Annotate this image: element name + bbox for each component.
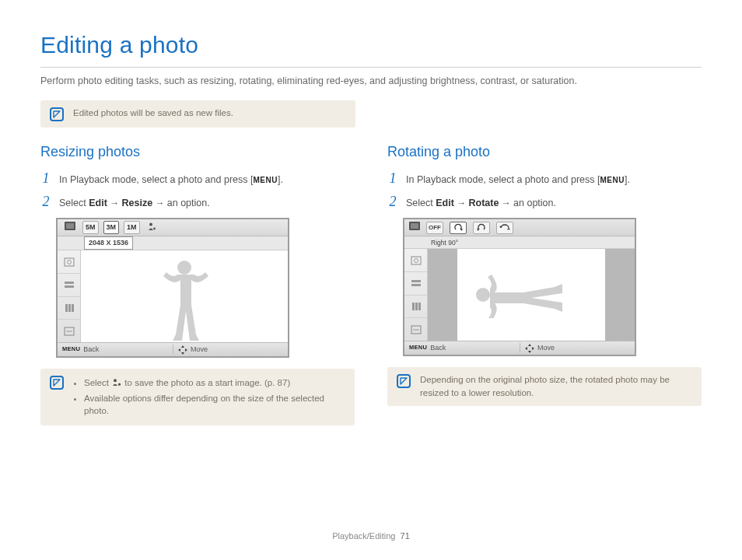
resizing-section: Resizing photos 1 In Playback mode, sele… bbox=[40, 142, 355, 425]
rotating-step-1: 1 In Playback mode, select a photo and p… bbox=[387, 171, 702, 187]
rotate-canvas bbox=[428, 249, 635, 341]
svg-marker-39 bbox=[532, 347, 534, 350]
sidebar-icon bbox=[404, 318, 427, 341]
svg-rect-8 bbox=[65, 304, 68, 312]
rotate-note-text: Depending on the original photo size, th… bbox=[420, 373, 692, 399]
svg-point-5 bbox=[67, 260, 71, 264]
svg-rect-31 bbox=[415, 303, 418, 310]
step-number: 2 bbox=[40, 194, 51, 208]
size-option-3m: 3M bbox=[103, 221, 120, 234]
rotate-options-bar: OFF bbox=[404, 219, 635, 236]
screen-statusbar: MENU Back Move bbox=[58, 342, 288, 356]
svg-marker-36 bbox=[528, 344, 531, 346]
rotate-right-icon bbox=[450, 222, 467, 234]
person-silhouette-icon bbox=[157, 257, 212, 342]
note-icon bbox=[397, 374, 411, 388]
svg-point-27 bbox=[414, 258, 418, 262]
resizing-heading: Resizing photos bbox=[40, 142, 355, 162]
menu-icon-label: MENU bbox=[409, 344, 427, 352]
arrow-icon: → bbox=[454, 198, 469, 208]
step-number: 1 bbox=[40, 171, 51, 185]
move-label: Move bbox=[537, 343, 555, 353]
svg-rect-28 bbox=[411, 280, 421, 282]
top-note-box: Edited photos will be saved as new files… bbox=[40, 100, 355, 128]
sidebar-icon bbox=[404, 249, 427, 272]
rotate-180-icon bbox=[496, 222, 513, 234]
svg-marker-17 bbox=[185, 348, 187, 352]
sidebar-icon bbox=[58, 274, 80, 297]
title-rule bbox=[40, 67, 702, 68]
rotate-note-box: Depending on the original photo size, th… bbox=[387, 367, 702, 405]
step1-text-post: ]. bbox=[625, 174, 630, 185]
footer-section: Playback/Editing bbox=[332, 531, 395, 541]
resize-canvas bbox=[81, 250, 288, 342]
sidebar-icon bbox=[58, 320, 80, 342]
svg-rect-9 bbox=[68, 304, 71, 312]
dpad-icon bbox=[178, 345, 187, 355]
sidebar-icon bbox=[404, 272, 427, 296]
sidebar-icon bbox=[58, 297, 80, 320]
step1-text-pre: In Playback mode, select a photo and pre… bbox=[406, 174, 600, 185]
screen-icon bbox=[62, 221, 78, 234]
back-label: Back bbox=[83, 345, 99, 355]
resizing-step-2: 2 Select Edit → Resize → an option. bbox=[40, 194, 355, 210]
person-rotated-silhouette-icon bbox=[469, 271, 593, 318]
svg-marker-25 bbox=[507, 228, 510, 230]
dpad-icon bbox=[525, 344, 534, 353]
rotate-label-row: Right 90° bbox=[404, 236, 635, 249]
step2-option: an option. bbox=[167, 198, 210, 208]
resize-screen-mock: 5M 3M 1M 2048 X 1536 bbox=[56, 218, 289, 358]
page-title: Editing a photo bbox=[40, 28, 702, 62]
note-icon bbox=[50, 376, 64, 390]
step2-edit: Edit bbox=[436, 198, 454, 208]
screen-sidebar bbox=[58, 250, 81, 342]
rotating-heading: Rotating a photo bbox=[387, 142, 702, 162]
sidebar-icon bbox=[404, 296, 427, 319]
svg-marker-38 bbox=[525, 347, 527, 350]
page-footer: Playback/Editing 71 bbox=[0, 530, 742, 543]
svg-rect-29 bbox=[411, 284, 421, 286]
rotate-option-off: OFF bbox=[426, 222, 443, 234]
step2-edit: Edit bbox=[89, 198, 107, 208]
resize-note-item: Select to save the photo as a start imag… bbox=[84, 376, 345, 390]
step1-text-pre: In Playback mode, select a photo and pre… bbox=[59, 174, 253, 185]
step1-text-post: ]. bbox=[278, 174, 283, 185]
svg-point-18 bbox=[114, 379, 117, 382]
start-image-icon bbox=[111, 377, 122, 390]
screen-statusbar: MENU Back Move bbox=[404, 341, 635, 355]
svg-rect-6 bbox=[65, 282, 74, 284]
step2-rotate: Rotate bbox=[469, 198, 499, 208]
svg-marker-16 bbox=[178, 348, 180, 352]
size-option-5m: 5M bbox=[82, 221, 99, 234]
svg-point-13 bbox=[177, 261, 191, 275]
rotate-left-icon bbox=[473, 222, 490, 234]
size-option-1m: 1M bbox=[124, 221, 140, 234]
arrow-icon: → bbox=[107, 198, 122, 208]
svg-point-3 bbox=[153, 227, 156, 229]
rotate-selected-label: Right 90° bbox=[431, 238, 458, 247]
svg-point-2 bbox=[149, 222, 152, 226]
move-label: Move bbox=[191, 345, 208, 355]
rotate-screen-mock: OFF Right 90° bbox=[403, 218, 636, 356]
resolution-label: 2048 X 1536 bbox=[84, 236, 133, 250]
step-number: 1 bbox=[387, 171, 398, 185]
step2-option: an option. bbox=[513, 198, 556, 208]
step2-resize: Resize bbox=[122, 198, 153, 208]
arrow-icon: → bbox=[152, 198, 167, 208]
svg-rect-4 bbox=[65, 258, 74, 266]
menu-button-label: MENU bbox=[253, 176, 277, 184]
rotating-section: Rotating a photo 1 In Playback mode, sel… bbox=[387, 142, 702, 425]
svg-point-19 bbox=[118, 383, 121, 385]
resizing-step-1: 1 In Playback mode, select a photo and p… bbox=[40, 171, 355, 187]
page-number: 71 bbox=[401, 531, 410, 541]
resolution-row: 2048 X 1536 bbox=[58, 236, 288, 250]
svg-point-35 bbox=[476, 288, 490, 302]
top-note-text: Edited photos will be saved as new files… bbox=[73, 107, 233, 120]
screen-sidebar bbox=[404, 249, 428, 341]
note-li1-b: to save the photo as a start image. (p. … bbox=[122, 378, 290, 387]
screen-icon bbox=[409, 220, 420, 235]
menu-button-label: MENU bbox=[600, 176, 624, 184]
svg-rect-10 bbox=[72, 304, 74, 312]
back-label: Back bbox=[430, 343, 446, 353]
svg-rect-30 bbox=[412, 303, 415, 310]
